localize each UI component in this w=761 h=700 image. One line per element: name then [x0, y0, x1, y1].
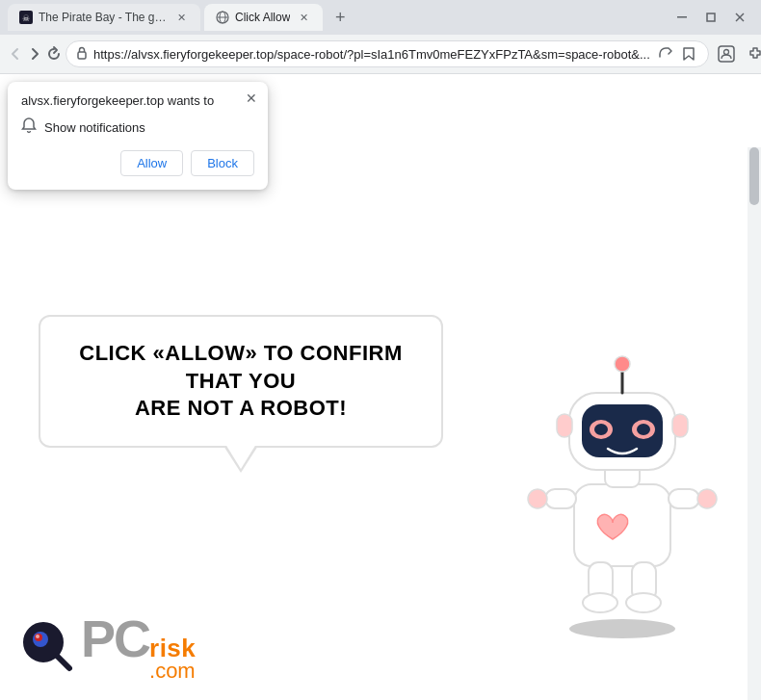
- svg-point-39: [36, 635, 39, 638]
- tab-close-allow[interactable]: ✕: [296, 10, 311, 25]
- popup-header-text: alvsx.fieryforgekeeper.top wants to: [21, 93, 254, 108]
- tab-pirate-bay[interactable]: ☠ The Pirate Bay - The galaxy's mo... ✕: [8, 4, 200, 31]
- scrollbar-thumb[interactable]: [749, 147, 759, 205]
- pcrisk-logo: PC risk .com: [19, 612, 196, 682]
- bubble-line1: CLICK «ALLOW» TO CONFIRM THAT YOU: [79, 341, 402, 393]
- bookmark-icon[interactable]: [679, 44, 698, 64]
- pcrisk-pc-text: PC: [81, 612, 149, 664]
- svg-rect-17: [545, 489, 576, 508]
- popup-buttons: Allow Block: [21, 150, 254, 176]
- title-bar: ☠ The Pirate Bay - The galaxy's mo... ✕ …: [0, 0, 761, 35]
- svg-rect-6: [707, 13, 715, 21]
- pcrisk-dotcom-text: .com: [149, 661, 196, 682]
- bubble-line2: ARE NOT A ROBOT!: [135, 396, 347, 420]
- svg-point-23: [583, 593, 617, 612]
- popup-show-notifications-text: Show notifications: [44, 120, 145, 135]
- popup-notification-row: Show notifications: [21, 117, 254, 137]
- svg-rect-34: [557, 414, 572, 437]
- svg-rect-19: [669, 489, 699, 508]
- bell-icon: [21, 117, 37, 137]
- svg-rect-5: [677, 16, 687, 18]
- pcrisk-text: PC risk .com: [81, 612, 196, 682]
- robot-illustration: [516, 335, 728, 643]
- svg-point-15: [569, 619, 675, 638]
- svg-rect-35: [672, 414, 688, 437]
- block-button[interactable]: Block: [191, 150, 254, 176]
- svg-point-24: [626, 593, 661, 612]
- popup-close-button[interactable]: ✕: [243, 90, 260, 107]
- page-content: ✕ alvsx.fieryforgekeeper.top wants to Sh…: [0, 74, 748, 700]
- speech-bubble: CLICK «ALLOW» TO CONFIRM THAT YOU ARE NO…: [39, 315, 443, 448]
- window-controls: [669, 4, 753, 31]
- address-right-icons: [656, 44, 698, 64]
- scrollbar-track: [748, 147, 761, 700]
- pcrisk-risk-text: risk: [149, 635, 196, 661]
- extensions-button[interactable]: [742, 40, 761, 67]
- address-bar-row: https://alvsx.fieryforgekeeper.top/space…: [0, 35, 761, 73]
- svg-point-18: [528, 489, 547, 508]
- profile-button[interactable]: [713, 40, 740, 67]
- share-icon[interactable]: [656, 44, 675, 64]
- reload-button[interactable]: [46, 40, 62, 67]
- minimize-button[interactable]: [669, 4, 695, 31]
- svg-point-20: [697, 489, 717, 508]
- url-text: https://alvsx.fieryforgekeeper.top/space…: [93, 47, 650, 62]
- svg-rect-9: [78, 52, 86, 59]
- svg-point-31: [637, 424, 650, 435]
- tab-title-allow: Click Allow: [235, 11, 290, 24]
- svg-point-33: [615, 356, 630, 372]
- svg-text:☠: ☠: [22, 13, 30, 23]
- svg-point-11: [723, 50, 728, 55]
- tab-favicon-pirate: ☠: [19, 11, 33, 24]
- back-button[interactable]: [8, 40, 23, 67]
- browser-chrome: ☠ The Pirate Bay - The galaxy's mo... ✕ …: [0, 0, 761, 74]
- lock-icon: [76, 46, 88, 63]
- new-tab-button[interactable]: +: [327, 4, 354, 31]
- maximize-button[interactable]: [697, 4, 724, 31]
- allow-button[interactable]: Allow: [120, 150, 183, 176]
- bubble-text: CLICK «ALLOW» TO CONFIRM THAT YOU ARE NO…: [69, 340, 412, 423]
- svg-point-30: [594, 424, 608, 435]
- pcrisk-risk-container: risk .com: [149, 635, 196, 682]
- address-bar[interactable]: https://alvsx.fieryforgekeeper.top/space…: [66, 40, 709, 67]
- tab-favicon-globe: [216, 11, 229, 24]
- tab-title-pirate: The Pirate Bay - The galaxy's mo...: [39, 11, 168, 24]
- close-button[interactable]: [726, 4, 753, 31]
- forward-button[interactable]: [27, 40, 42, 67]
- browser-right-buttons: [713, 40, 761, 67]
- pcrisk-magnifier-icon: [19, 618, 77, 676]
- tab-close-pirate[interactable]: ✕: [173, 10, 189, 25]
- content-wrapper: ✕ alvsx.fieryforgekeeper.top wants to Sh…: [0, 74, 761, 700]
- tab-click-allow[interactable]: Click Allow ✕: [204, 4, 323, 31]
- notification-popup: ✕ alvsx.fieryforgekeeper.top wants to Sh…: [8, 82, 268, 190]
- svg-line-40: [58, 657, 69, 668]
